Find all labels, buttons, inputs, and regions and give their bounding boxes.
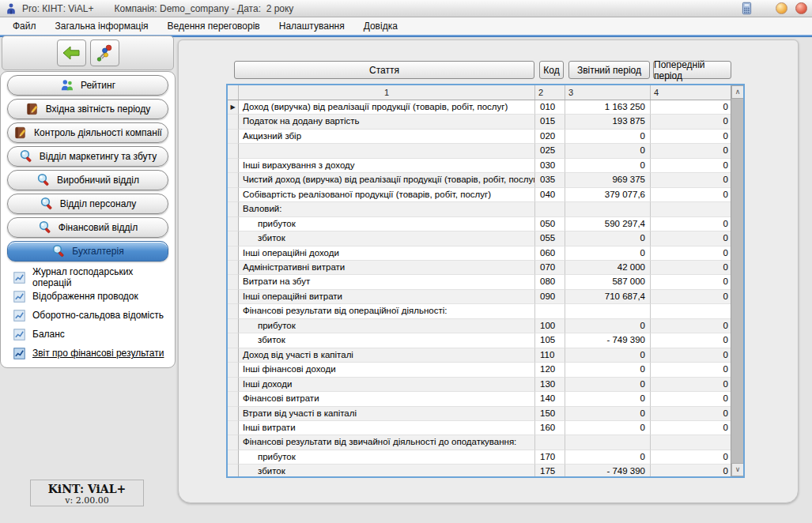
- cell-previous-period: 0: [651, 100, 734, 115]
- table-row[interactable]: Собівартість реалізованої продукції (тов…: [228, 188, 734, 202]
- row-indicator: [228, 130, 239, 144]
- app-window: Pro: КІНТ: ViAL+ Компанія: Demo_company …: [0, 0, 812, 523]
- sidebar-button-2[interactable]: Вхідна звітність періоду: [7, 99, 168, 119]
- column-header-current-period[interactable]: Звітний період: [568, 61, 650, 79]
- menu-file[interactable]: Файл: [3, 19, 46, 33]
- row-indicator: [228, 173, 239, 187]
- cell-current-period: [565, 435, 651, 450]
- table-row[interactable]: Інші операційні витрати090710 687,40: [228, 290, 734, 304]
- table-vscrollbar[interactable]: ∧ ∨: [731, 85, 743, 476]
- menu-settings[interactable]: Налаштування: [270, 19, 354, 33]
- cell-current-period: 0: [565, 378, 651, 392]
- sidebar-button-label: Відділ маркетингу та збуту: [40, 151, 157, 162]
- cell-current-period: 0: [565, 246, 651, 261]
- table-row[interactable]: Втрати від участі в капіталі15000: [228, 407, 734, 421]
- table-row[interactable]: збиток05500: [228, 231, 734, 246]
- cell-article: Валовий:: [239, 202, 535, 216]
- cell-current-period: 42 000: [565, 261, 651, 275]
- sidebar-button-1[interactable]: Рейтинг: [7, 75, 168, 96]
- cell-code: [535, 435, 565, 450]
- menu-general-info[interactable]: Загальна інформація: [46, 19, 158, 33]
- column-header-code[interactable]: Код: [539, 61, 564, 79]
- table-row[interactable]: Фінансові результати від операційної дія…: [228, 304, 734, 318]
- cell-current-period: 0: [565, 421, 651, 435]
- cell-previous-period: 0: [651, 115, 734, 129]
- table-row[interactable]: Інші доходи13000: [228, 378, 734, 392]
- sidebar-button-8[interactable]: Бухгалтерія: [7, 241, 168, 262]
- table-row[interactable]: 02500: [228, 144, 734, 158]
- table-row[interactable]: Фінансові витрати14000: [228, 392, 734, 406]
- row-indicator: [228, 319, 239, 333]
- sidebar-button-label: Відділ персоналу: [60, 198, 137, 209]
- table-row[interactable]: прибуток17000: [228, 450, 734, 465]
- cell-current-period: 710 687,4: [565, 290, 651, 304]
- report-chart-icon: [13, 329, 25, 341]
- cell-article: Інші вирахування з доходу: [239, 159, 535, 173]
- table-row[interactable]: прибуток10000: [228, 319, 734, 333]
- cell-code: 160: [535, 421, 565, 435]
- cell-previous-period: 0: [651, 363, 734, 377]
- sidebar-subitem-3[interactable]: Оборотно-сальдова відомість: [13, 306, 175, 325]
- cell-article: Інші фінансові доходи: [239, 363, 535, 377]
- cell-previous-period: 0: [651, 319, 734, 333]
- close-button[interactable]: [795, 2, 807, 14]
- cell-code: 100: [535, 319, 565, 333]
- table-row[interactable]: Адміністративні витрати07042 0000: [228, 261, 734, 275]
- menu-help[interactable]: Довідка: [354, 19, 407, 33]
- cell-previous-period: 0: [651, 217, 734, 231]
- sidebar-subitem-1[interactable]: Журнал господарських операцій: [13, 268, 175, 287]
- calculator-icon[interactable]: [740, 2, 753, 15]
- table-row[interactable]: збиток175- 749 3900: [228, 465, 734, 478]
- cell-current-period: 590 297,4: [565, 217, 651, 231]
- scroll-up-icon[interactable]: ∧: [731, 85, 744, 99]
- scroll-down-icon[interactable]: ∨: [731, 463, 744, 476]
- sidebar-button-label: Фінансовий відділ: [59, 222, 138, 233]
- table-row[interactable]: Доход від участі в капіталі11000: [228, 348, 734, 363]
- sidebar-button-4[interactable]: Відділ маркетингу та збуту: [7, 146, 168, 167]
- sidebar-subitem-2[interactable]: Відображення проводок: [13, 287, 175, 306]
- cell-code: 120: [535, 363, 565, 377]
- cell-article: збиток: [239, 231, 535, 246]
- sidebar-subitem-4[interactable]: Баланс: [13, 325, 175, 344]
- row-indicator: [228, 333, 239, 348]
- cell-code: 105: [535, 333, 565, 348]
- sidebar-button-3[interactable]: Контроль діяльності компанії: [7, 122, 168, 143]
- row-indicator: [228, 275, 239, 289]
- titlebar: Pro: КІНТ: ViAL+ Компанія: Demo_company …: [0, 0, 812, 17]
- row-indicator: [228, 421, 239, 435]
- cell-article: прибуток: [239, 450, 535, 465]
- table-row[interactable]: Валовий:: [228, 202, 734, 216]
- table-row[interactable]: Інші фінансові доходи12000: [228, 363, 734, 377]
- table-row[interactable]: прибуток050590 297,40: [228, 217, 734, 231]
- minimize-button[interactable]: [776, 2, 787, 14]
- cell-current-period: 587 000: [565, 275, 651, 289]
- sidebar-subitem-label: Звіт про фінансові результати: [32, 348, 164, 359]
- pins-button[interactable]: [90, 40, 119, 66]
- people-icon: [60, 78, 74, 92]
- table-row[interactable]: Чистий доход (виручка) від реалізації пр…: [228, 173, 734, 187]
- column-header-previous-period[interactable]: Попередній період: [653, 61, 731, 79]
- cell-code: 015: [535, 115, 565, 129]
- table-row[interactable]: Акцизний збір02000: [228, 130, 734, 144]
- sidebar-button-label: Вхідна звітність періоду: [46, 103, 151, 115]
- cell-article: Витрати на збут: [239, 275, 535, 289]
- sidebar-button-6[interactable]: Відділ персоналу: [7, 194, 168, 214]
- sidebar-subitem-5[interactable]: Звіт про фінансові результати: [13, 344, 175, 363]
- cell-previous-period: 0: [651, 231, 734, 246]
- table-row[interactable]: Витрати на збут080587 0000: [228, 275, 734, 289]
- sidebar-button-7[interactable]: Фінансовий відділ: [7, 217, 168, 238]
- table-row[interactable]: Інші витрати16000: [228, 421, 734, 435]
- table-row[interactable]: ▶Доход (виручка) від реалізації продукці…: [228, 100, 734, 115]
- column-header-article[interactable]: Стаття: [234, 61, 534, 79]
- row-indicator: [228, 435, 239, 450]
- cell-code: 090: [535, 290, 565, 304]
- menu-negotiations[interactable]: Ведення переговорів: [158, 19, 270, 33]
- table-row[interactable]: Інші операційні доходи06000: [228, 246, 734, 261]
- sidebar-button-5[interactable]: Виробничий відділ: [7, 170, 168, 190]
- table-row[interactable]: Інші вирахування з доходу03000: [228, 159, 734, 173]
- table-row[interactable]: збиток105- 749 3900: [228, 333, 734, 348]
- table-row[interactable]: Податок на додану вартість015193 8750: [228, 115, 734, 129]
- cell-current-period: 0: [565, 348, 651, 363]
- back-button[interactable]: [57, 40, 86, 66]
- table-row[interactable]: Фінансові результати від звичайної діяль…: [228, 435, 734, 450]
